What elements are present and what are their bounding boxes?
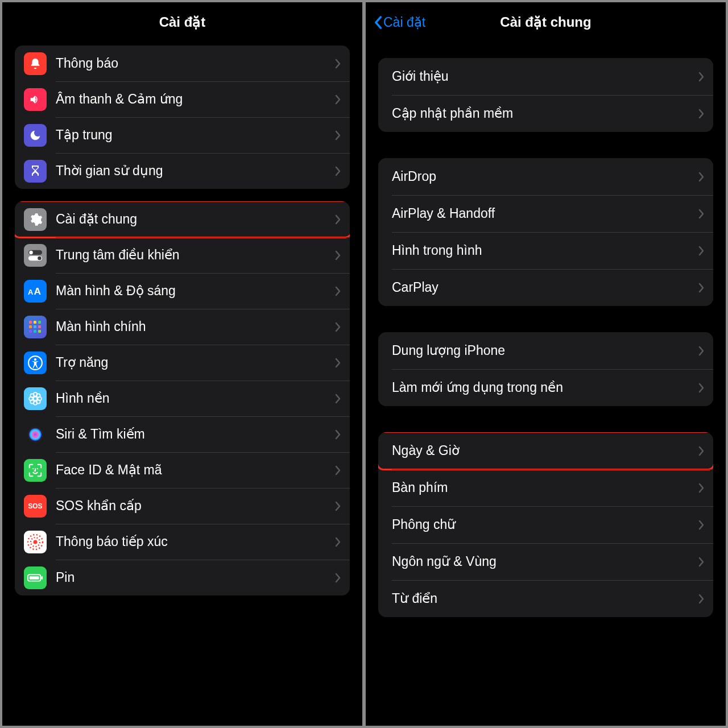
settings-row-fonts[interactable]: Phông chữ <box>378 506 713 543</box>
settings-row-airdrop[interactable]: AirDrop <box>378 158 713 195</box>
chevron-right-icon <box>335 94 341 105</box>
row-label: Trung tâm điều khiển <box>56 247 335 263</box>
back-label: Cài đặt <box>383 15 425 30</box>
settings-row-battery[interactable]: Pin <box>15 560 350 595</box>
general-list[interactable]: Giới thiệuCập nhật phần mềmAirDropAirPla… <box>366 42 726 726</box>
text-size-icon: AA <box>24 280 47 303</box>
svg-text:A: A <box>34 286 41 297</box>
chevron-right-icon <box>335 214 341 225</box>
header: Cài đặt Cài đặt chung <box>366 2 726 42</box>
settings-row-airplay[interactable]: AirPlay & Handoff <box>378 195 713 232</box>
settings-pane: Cài đặt Thông báoÂm thanh & Cảm ứngTập t… <box>2 2 362 726</box>
svg-rect-12 <box>29 330 32 333</box>
row-label: Màn hình & Độ sáng <box>56 283 335 299</box>
svg-point-28 <box>32 468 34 469</box>
settings-row-faceid[interactable]: Face ID & Mật mã <box>15 452 350 488</box>
svg-point-29 <box>37 468 38 469</box>
settings-row-control-center[interactable]: Trung tâm điều khiển <box>15 237 350 273</box>
moon-icon <box>24 124 47 147</box>
grid-icon <box>24 316 47 338</box>
row-label: Trợ năng <box>56 355 335 370</box>
settings-row-home-screen[interactable]: Màn hình chính <box>15 309 350 345</box>
chevron-right-icon <box>698 172 704 182</box>
settings-group: Thông báoÂm thanh & Cảm ứngTập trungThời… <box>15 46 350 189</box>
settings-row-carplay[interactable]: CarPlay <box>378 269 713 306</box>
settings-row-wallpaper[interactable]: Hình nền <box>15 380 350 416</box>
row-label: Ngôn ngữ & Vùng <box>392 554 698 569</box>
svg-rect-9 <box>29 325 32 328</box>
exposure-icon <box>24 531 47 553</box>
chevron-right-icon <box>698 109 704 119</box>
chevron-right-icon <box>335 501 341 511</box>
settings-row-software-update[interactable]: Cập nhật phần mềm <box>378 95 713 132</box>
row-label: Siri & Tìm kiếm <box>56 427 335 442</box>
chevron-right-icon <box>335 394 341 404</box>
battery-icon <box>24 566 47 589</box>
page-title: Cài đặt <box>159 14 206 30</box>
settings-row-pip[interactable]: Hình trong hình <box>378 232 713 269</box>
settings-group: Dung lượng iPhoneLàm mới ứng dụng trong … <box>378 332 713 406</box>
settings-row-notifications[interactable]: Thông báo <box>15 46 350 81</box>
chevron-right-icon <box>698 383 704 393</box>
settings-row-display[interactable]: AAMàn hình & Độ sáng <box>15 273 350 309</box>
chevron-right-icon <box>335 358 341 368</box>
svg-rect-8 <box>38 321 41 324</box>
row-label: Bàn phím <box>392 480 698 495</box>
settings-group: AirDropAirPlay & HandoffHình trong hìnhC… <box>378 158 713 306</box>
row-label: Từ điển <box>392 591 698 606</box>
chevron-right-icon <box>335 59 341 69</box>
chevron-right-icon <box>335 286 341 296</box>
row-label: Thông báo tiếp xúc <box>56 534 335 549</box>
settings-row-storage[interactable]: Dung lượng iPhone <box>378 332 713 369</box>
settings-group: Giới thiệuCập nhật phần mềm <box>378 58 713 132</box>
chevron-right-icon <box>335 166 341 176</box>
toggles-icon <box>24 244 47 267</box>
row-label: Dung lượng iPhone <box>392 343 698 358</box>
settings-row-about[interactable]: Giới thiệu <box>378 58 713 95</box>
settings-row-exposure[interactable]: Thông báo tiếp xúc <box>15 524 350 560</box>
gear-icon <box>24 208 47 231</box>
row-label: AirPlay & Handoff <box>392 206 698 221</box>
settings-group: Ngày & GiờBàn phímPhông chữNgôn ngữ & Vù… <box>378 432 713 617</box>
row-label: Làm mới ứng dụng trong nền <box>392 380 698 395</box>
svg-point-17 <box>34 396 38 400</box>
row-label: Phông chữ <box>392 517 698 532</box>
settings-row-sos[interactable]: SOSSOS khẩn cấp <box>15 488 350 524</box>
back-button[interactable]: Cài đặt <box>374 15 425 30</box>
settings-row-accessibility[interactable]: Trợ năng <box>15 345 350 380</box>
chevron-right-icon <box>335 465 341 475</box>
chevron-right-icon <box>698 346 704 356</box>
row-label: Hình nền <box>56 391 335 406</box>
settings-list[interactable]: Thông báoÂm thanh & Cảm ứngTập trungThời… <box>2 42 362 726</box>
row-label: Cập nhật phần mềm <box>392 106 698 121</box>
chevron-right-icon <box>698 483 704 493</box>
chevron-right-icon <box>698 594 704 604</box>
settings-row-sounds[interactable]: Âm thanh & Cảm ứng <box>15 81 350 117</box>
chevron-right-icon <box>698 283 704 293</box>
settings-row-screentime[interactable]: Thời gian sử dụng <box>15 153 350 189</box>
settings-row-focus[interactable]: Tập trung <box>15 117 350 153</box>
sos-icon: SOS <box>24 495 47 518</box>
svg-text:A: A <box>28 288 34 296</box>
settings-row-dictionary[interactable]: Từ điển <box>378 580 713 617</box>
settings-row-general[interactable]: Cài đặt chung <box>15 201 350 237</box>
chevron-right-icon <box>698 520 704 530</box>
chevron-right-icon <box>335 537 341 547</box>
row-label: Thời gian sử dụng <box>56 163 335 179</box>
svg-rect-36 <box>30 576 39 580</box>
row-label: Face ID & Mật mã <box>56 462 335 478</box>
siri-icon <box>24 423 47 446</box>
chevron-right-icon <box>335 250 341 260</box>
chevron-right-icon <box>698 209 704 219</box>
svg-point-27 <box>29 428 42 441</box>
chevron-right-icon <box>698 72 704 82</box>
settings-row-background-refresh[interactable]: Làm mới ứng dụng trong nền <box>378 369 713 406</box>
settings-row-date-time[interactable]: Ngày & Giờ <box>378 432 713 469</box>
svg-rect-11 <box>38 325 41 328</box>
settings-row-language-region[interactable]: Ngôn ngữ & Vùng <box>378 543 713 580</box>
svg-point-3 <box>38 256 42 260</box>
row-label: Hình trong hình <box>392 243 698 258</box>
settings-row-siri[interactable]: Siri & Tìm kiếm <box>15 416 350 452</box>
settings-row-keyboard[interactable]: Bàn phím <box>378 469 713 506</box>
speaker-icon <box>24 88 47 111</box>
